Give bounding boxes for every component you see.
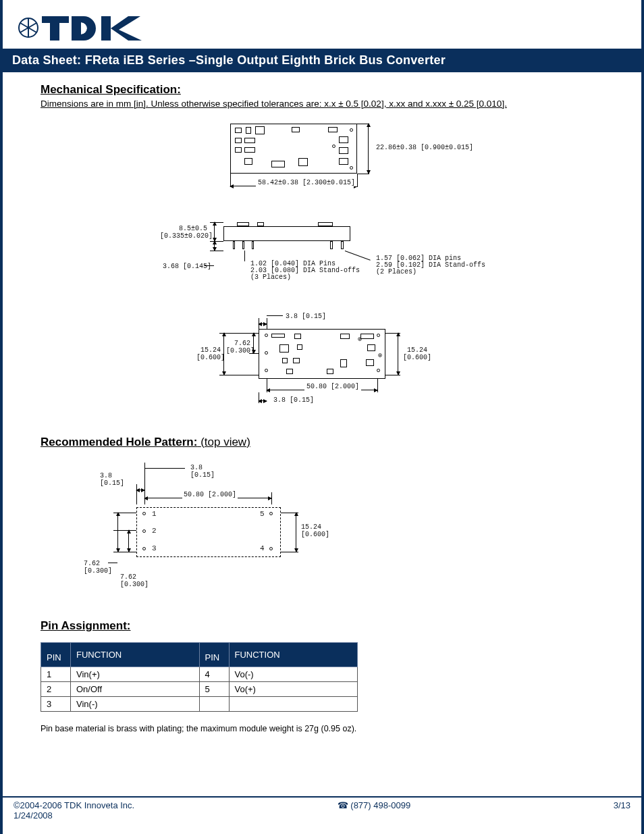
hole-pin-1: 1 (152, 510, 157, 518)
footer-date: 1/24/2008 (14, 810, 134, 820)
hole-pin-4: 4 (260, 544, 265, 552)
dim-bottom-762: 7.62 [0.300] (226, 340, 250, 355)
dim-bottom-5080: 50.80 [2.000] (304, 383, 361, 390)
table-row: 3 Vin(-) (41, 697, 358, 712)
pin-assignment-table: PIN FUNCTION PIN FUNCTION 1 Vin(+) 4 Vo(… (41, 642, 358, 712)
hole-38b: 3.8 [0.15] (190, 464, 215, 479)
table-row: 1 Vin(+) 4 Vo(-) (41, 667, 358, 682)
brand-logo (3, 0, 641, 49)
svg-rect-5 (50, 16, 59, 41)
th-func-2: FUNCTION (229, 643, 358, 667)
hole-38a: 3.8 [0.15] (100, 472, 124, 487)
footer-page: 3/13 (614, 800, 630, 810)
pin-note: Pin base material is brass with plating;… (41, 724, 609, 733)
hole-pattern-diagram: 3.8 [0.15] 3.8 [0.15] 50.80 [2.000] 1 2 … (81, 456, 609, 602)
dim-side-pin: 3.68 [0.145] (163, 263, 211, 270)
dim-bottom-edge-top: 3.8 [0.15] (286, 313, 326, 320)
th-func-1: FUNCTION (71, 643, 200, 667)
phone-icon: ☎ (338, 800, 348, 810)
hole-1524: 15.24 [0.600] (301, 523, 329, 538)
dim-bottom-1524r: 15.24 [0.600] (403, 346, 431, 361)
mechanical-spec-subtext: Dimensions are in mm [in]. Unless otherw… (41, 99, 609, 109)
hole-762b: 7.62 [0.300] (120, 573, 149, 588)
rec-head-text: Recommended Hole Pattern: (41, 436, 197, 448)
footer-phone: (877) 498-0099 (350, 800, 410, 810)
th-pin-2: PIN (199, 643, 229, 667)
recommended-hole-heading: Recommended Hole Pattern: (top view) (41, 436, 609, 449)
hole-pin-5: 5 (260, 510, 265, 518)
hole-5080: 50.80 [2.000] (182, 491, 238, 498)
dim-top-width: 58.42±0.38 [2.300±0.015] (256, 179, 357, 186)
th-pin-1: PIN (41, 643, 71, 667)
mechanical-spec-heading: Mechanical Specification: (41, 83, 609, 97)
dim-bottom-edge-bot: 3.8 [0.15] (273, 396, 314, 404)
side-note-right-3: (2 Places) (376, 268, 417, 276)
dim-side-height: 8.5±0.5 [0.335±0.020] (160, 225, 207, 240)
rec-head-paren: (top view) (200, 436, 250, 448)
document-title-bar: Data Sheet: FReta iEB Series –Single Out… (3, 49, 641, 72)
svg-rect-7 (101, 16, 111, 41)
pin-assignment-heading: Pin Assignment: (41, 619, 609, 633)
page-footer: ©2004-2006 TDK Innoveta Inc. 1/24/2008 ☎… (0, 796, 644, 820)
svg-rect-6 (72, 16, 81, 41)
dim-top-height: 22.86±0.38 [0.900±0.015] (376, 144, 473, 151)
mechanical-diagram-top: 22.86±0.38 [0.900±0.015] 58.42±0.38 [2.3… (41, 115, 609, 207)
footer-copyright: ©2004-2006 TDK Innoveta Inc. (14, 800, 134, 810)
table-row: 2 On/Off 5 Vo(+) (41, 682, 358, 697)
hole-pin-2: 2 (152, 527, 157, 535)
dim-bottom-1524l: 15.24 [0.600] (196, 346, 221, 361)
mechanical-diagram-bottom: ⊗ ⊗ 3.8 [0.15] 7.62 [0.300] 15.24 [0.600… (41, 305, 609, 423)
document-title: Data Sheet: FReta iEB Series –Single Out… (12, 53, 446, 67)
side-note-left-3: (3 Places) (250, 273, 291, 281)
mechanical-diagram-side: 8.5±0.5 [0.335±0.020] 3.68 [0.145] 1.02 … (41, 217, 609, 295)
hole-pin-3: 3 (152, 544, 157, 552)
svg-marker-8 (111, 16, 142, 41)
